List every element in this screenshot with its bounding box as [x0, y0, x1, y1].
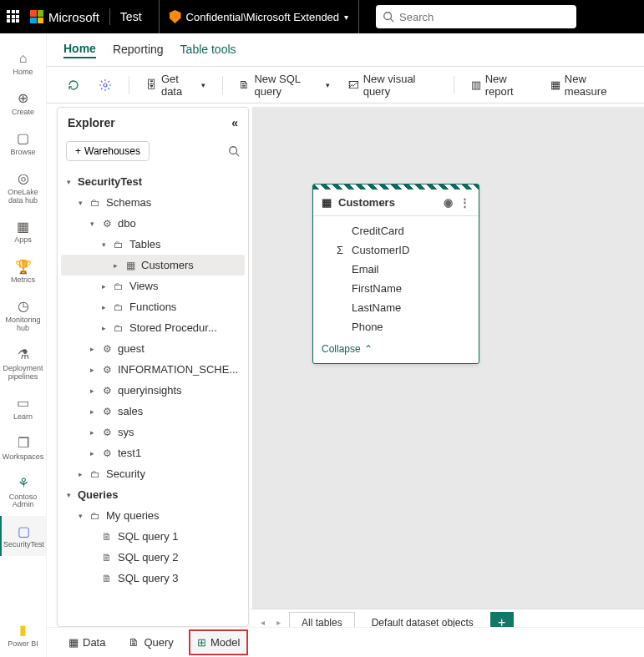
settings-button[interactable]	[94, 75, 117, 95]
nav-pipelines[interactable]: ⚗Deployment pipelines	[0, 340, 46, 388]
tree-table-customers[interactable]: ▸▦Customers	[61, 255, 245, 275]
nav-onelake[interactable]: ◎OneLake data hub	[0, 164, 46, 212]
schema-icon: ⚙	[101, 364, 113, 376]
field-phone[interactable]: Phone	[337, 317, 470, 336]
tree-tables[interactable]: ▾🗀Tables	[61, 234, 245, 255]
tree-schema-info[interactable]: ▸⚙INFORMATION_SCHE...	[61, 359, 245, 380]
btn-label: New visual query	[363, 73, 437, 98]
visual-query-icon: 🗠	[348, 78, 359, 91]
gear-icon	[99, 78, 112, 92]
tree-sprocs[interactable]: ▸🗀Stored Procedur...	[61, 317, 245, 338]
nav-learn[interactable]: ▭Learn	[0, 388, 46, 428]
new-report-button[interactable]: ▥New report	[466, 69, 537, 101]
tree-schema-sales[interactable]: ▸⚙sales	[61, 401, 245, 422]
visibility-icon[interactable]: ◉	[444, 196, 453, 209]
tree-schema-dbo[interactable]: ▾⚙dbo	[61, 213, 245, 234]
collapse-panel-icon[interactable]: «	[231, 116, 238, 129]
tree-schema-guest[interactable]: ▸⚙guest	[61, 338, 245, 359]
tab-reporting[interactable]: Reporting	[113, 43, 164, 58]
tree-my-queries[interactable]: ▾🗀My queries	[61, 505, 245, 526]
tree-label: Tables	[129, 238, 161, 250]
nav-metrics[interactable]: 🏆Metrics	[0, 251, 46, 291]
field-label: Phone	[352, 321, 383, 333]
folder-icon: 🗀	[113, 322, 124, 334]
tree-root[interactable]: ▾SecurityTest	[61, 171, 245, 192]
tree-query-1[interactable]: 🗎SQL query 1	[61, 526, 245, 547]
divider	[109, 8, 110, 25]
chevron-down-icon: ▾	[326, 81, 330, 89]
classification-picker[interactable]: Confidential\Microsoft Extended ▾	[159, 0, 360, 33]
tree-schema-sys[interactable]: ▸⚙sys	[61, 422, 245, 442]
tree-schemas[interactable]: ▾🗀Schemas	[61, 192, 245, 213]
tree-queries[interactable]: ▾Queries	[61, 484, 245, 505]
search-input[interactable]	[399, 11, 570, 23]
new-sql-query-button[interactable]: 🗎New SQL query▾	[234, 69, 334, 101]
app-launcher-icon[interactable]	[7, 10, 20, 23]
tree-schema-test1[interactable]: ▸⚙test1	[61, 442, 245, 463]
nav-create[interactable]: ⊕Create	[0, 83, 46, 124]
field-label: Email	[352, 263, 379, 275]
new-visual-query-button[interactable]: 🗠New visual query	[343, 69, 442, 101]
model-canvas[interactable]: ▦ Customers ◉ ⋮ CreditCard ΣCustomerID E…	[252, 107, 644, 657]
page-tabs: Home Reporting Table tools	[47, 33, 644, 67]
view-query-button[interactable]: 🗎Query	[124, 633, 178, 652]
chevron-right-icon: ▸	[88, 407, 96, 416]
sql-file-icon: 🗎	[101, 552, 113, 564]
chevron-right-icon: ▸	[99, 282, 108, 291]
card-collapse-button[interactable]: Collapse⌃	[313, 338, 479, 363]
svg-line-1	[391, 19, 394, 23]
field-creditcard[interactable]: CreditCard	[337, 221, 470, 240]
shield-icon	[170, 10, 181, 23]
field-customerid[interactable]: ΣCustomerID	[337, 240, 470, 260]
btn-label: New report	[485, 73, 532, 98]
tree-views[interactable]: ▸🗀Views	[61, 275, 245, 296]
scroll-right-icon[interactable]: ▸	[273, 618, 284, 627]
nav-powerbi[interactable]: ▮Power BI	[0, 614, 46, 657]
nav-browse[interactable]: ▢Browse	[0, 124, 46, 164]
nav-home[interactable]: ⌂Home	[0, 43, 46, 83]
view-model-button[interactable]: ⊞Model	[192, 633, 245, 652]
tree-query-2[interactable]: 🗎SQL query 2	[61, 547, 245, 568]
plus-circle-icon: ⊕	[15, 90, 32, 107]
explorer-panel: Explorer « +Warehouses ▾SecurityTest ▾🗀S…	[57, 107, 249, 627]
nav-label: Apps	[14, 236, 32, 245]
nav-monitoring[interactable]: ◷Monitoring hub	[0, 291, 46, 340]
chevron-down-icon: ▾	[76, 512, 84, 520]
field-email[interactable]: Email	[337, 260, 470, 279]
gauge-icon: ◷	[15, 298, 32, 315]
get-data-button[interactable]: 🗄Get data▾	[141, 69, 210, 101]
tree-label: Views	[129, 280, 158, 292]
tab-tabletools[interactable]: Table tools	[180, 43, 236, 58]
field-label: FirstName	[352, 282, 402, 295]
tree-schema-queryinsights[interactable]: ▸⚙queryinsights	[61, 380, 245, 401]
add-warehouses-button[interactable]: +Warehouses	[66, 141, 150, 161]
tree-functions[interactable]: ▸🗀Functions	[61, 296, 245, 317]
field-firstname[interactable]: FirstName	[337, 279, 470, 298]
nav-workspaces[interactable]: ❐Workspaces	[0, 428, 46, 468]
database-icon: 🗄	[146, 78, 157, 91]
nav-label: Create	[12, 109, 34, 117]
trophy-icon: 🏆	[15, 258, 32, 275]
tree-security[interactable]: ▸🗀Security	[61, 463, 245, 484]
folder-icon: 🗀	[89, 510, 101, 522]
nav-apps[interactable]: ▦Apps	[0, 211, 46, 251]
svg-point-3	[230, 147, 237, 154]
nav-securitytest[interactable]: ▢SecurityTest	[0, 516, 46, 556]
home-icon: ⌂	[15, 50, 32, 67]
sql-icon: 🗎	[239, 78, 250, 91]
field-lastname[interactable]: LastName	[337, 298, 470, 317]
tree-label: queryinsights	[118, 384, 182, 397]
scroll-left-icon[interactable]: ◂	[257, 618, 268, 627]
global-search[interactable]	[376, 5, 576, 28]
explorer-header: Explorer «	[58, 108, 248, 138]
view-data-button[interactable]: ▦Data	[63, 633, 110, 652]
search-icon[interactable]	[228, 145, 240, 157]
chevron-right-icon: ▸	[88, 428, 96, 437]
refresh-button[interactable]	[62, 75, 85, 95]
nav-contoso[interactable]: ⚘Contoso Admin	[0, 468, 46, 517]
new-measure-button[interactable]: ▦New measure	[545, 69, 629, 101]
tab-home[interactable]: Home	[63, 42, 96, 58]
tree-query-3[interactable]: 🗎SQL query 3	[61, 568, 245, 589]
table-card-customers[interactable]: ▦ Customers ◉ ⋮ CreditCard ΣCustomerID E…	[312, 184, 479, 364]
more-icon[interactable]: ⋮	[459, 196, 470, 209]
